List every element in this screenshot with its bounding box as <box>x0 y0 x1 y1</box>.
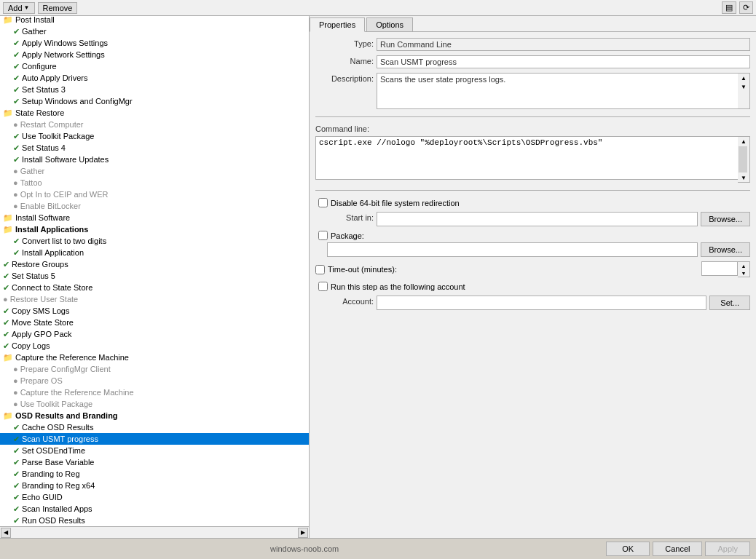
tree-item-gather-2[interactable]: ✔Gather <box>0 25 309 37</box>
package-checkbox[interactable] <box>318 231 328 240</box>
package-checkbox-row: Package: <box>315 231 750 240</box>
tree-item-post-install[interactable]: 📁Post Install <box>0 16 309 25</box>
tree-item-label: Gather <box>22 26 47 36</box>
description-scroll-down[interactable]: ▼ <box>738 82 749 91</box>
tree-item-opt-in-ceip[interactable]: ●Opt In to CEIP and WER <box>0 189 309 200</box>
tree-item-tattoo[interactable]: ●Tattoo <box>0 177 309 189</box>
scroll-left-arrow[interactable]: ◀ <box>1 528 11 538</box>
tree-item-apply-gpo-pack[interactable]: ✔Apply GPO Pack <box>0 328 309 340</box>
apply-button[interactable]: Apply <box>705 542 750 556</box>
tree-item-restore-groups[interactable]: ✔Restore Groups <box>0 258 309 270</box>
tree-item-use-toolkit-4[interactable]: ●Use Toolkit Package <box>0 398 309 410</box>
cancel-button[interactable]: Cancel <box>653 542 702 556</box>
tree-item-install-software[interactable]: 📁Install Software <box>0 212 309 223</box>
command-scroll-down[interactable]: ▼ <box>738 173 749 182</box>
toolbar: Add ▼ Remove ▤ ⟳ <box>0 0 756 16</box>
browse-button-2[interactable]: Browse... <box>701 242 750 257</box>
tree-item-convert-list[interactable]: ✔Convert list to two digits <box>0 235 309 247</box>
tree-item-restart-computer[interactable]: ●Restart Computer <box>0 119 309 130</box>
tree-item-scan-installed-apps[interactable]: ✔Scan Installed Apps <box>0 503 309 515</box>
tree-item-cache-osd-results[interactable]: ✔Cache OSD Results <box>0 421 309 433</box>
name-input[interactable] <box>377 55 750 68</box>
tree-item-use-toolkit-3[interactable]: ✔Use Toolkit Package <box>0 130 309 142</box>
tree-item-capture-reference[interactable]: 📁Capture the Reference Machine <box>0 352 309 363</box>
check-icon: ✔ <box>13 143 20 153</box>
tree-item-auto-apply-drivers[interactable]: ✔Auto Apply Drivers <box>0 72 309 84</box>
check-icon: ✔ <box>13 445 20 456</box>
tree-area[interactable]: 📁Refresh Only●Restart to Windows PE✔Use … <box>0 16 309 526</box>
tree-item-prepare-configmgr[interactable]: ●Prepare ConfigMgr Client <box>0 363 309 375</box>
tree-item-prepare-os[interactable]: ●Prepare OS <box>0 375 309 386</box>
check-icon: ✔ <box>13 469 20 479</box>
run-as-checkbox[interactable] <box>318 282 328 291</box>
tree-item-set-status-3[interactable]: ✔Set Status 3 <box>0 84 309 95</box>
tree-item-capture-reference-machine[interactable]: ●Capture the Reference Machine <box>0 386 309 398</box>
type-input[interactable] <box>377 38 750 51</box>
command-scroll-up[interactable]: ▲ <box>738 137 749 146</box>
properties-panel: Type: Name: Description: ▲ ▼ <box>310 32 756 538</box>
tree-item-copy-sms-logs-2[interactable]: ✔Copy SMS Logs <box>0 305 309 317</box>
check-icon: ✔ <box>13 422 20 432</box>
icon-btn-2[interactable]: ⟳ <box>739 1 753 14</box>
check-icon: ✔ <box>3 282 9 293</box>
tree-item-install-application[interactable]: ✔Install Application <box>0 247 309 258</box>
tree-item-branding-to-reg-x64[interactable]: ✔Branding to Reg x64 <box>0 480 309 491</box>
tree-item-install-applications[interactable]: 📁Install Applications <box>0 223 309 235</box>
description-scroll-up[interactable]: ▲ <box>738 74 749 82</box>
start-in-container: Browse... <box>377 212 750 226</box>
tab-options[interactable]: Options <box>366 17 413 31</box>
start-in-input[interactable] <box>377 212 698 226</box>
command-textarea[interactable] <box>315 136 738 180</box>
tree-item-set-osdendtime[interactable]: ✔Set OSDEndTime <box>0 445 309 456</box>
tree-item-set-status-5[interactable]: ✔Set Status 5 <box>0 270 309 282</box>
timeout-spin-up[interactable]: ▲ <box>738 262 749 269</box>
scroll-track[interactable] <box>12 527 297 538</box>
tree-item-parse-base-variable[interactable]: ✔Parse Base Variable <box>0 456 309 468</box>
tree-item-setup-windows-configmgr[interactable]: ✔Setup Windows and ConfigMgr <box>0 95 309 107</box>
package-section: Package: Browse... <box>315 231 750 257</box>
tree-item-restore-user-state[interactable]: ●Restore User State <box>0 293 309 305</box>
package-input[interactable] <box>327 242 698 257</box>
tree-item-connect-to-state-store[interactable]: ✔Connect to State Store <box>0 282 309 293</box>
tree-item-branding-to-reg[interactable]: ✔Branding to Reg <box>0 468 309 480</box>
tree-item-label: Prepare OS <box>20 376 63 386</box>
ok-button[interactable]: OK <box>606 542 650 556</box>
account-input[interactable] <box>377 296 706 310</box>
remove-button[interactable]: Remove <box>38 2 78 14</box>
disable-64bit-checkbox[interactable] <box>318 198 328 207</box>
name-label: Name: <box>315 55 374 66</box>
tab-properties[interactable]: Properties <box>310 17 365 32</box>
tree-item-run-osd-results[interactable]: ✔Run OSD Results <box>0 515 309 526</box>
tree-item-install-software-updates[interactable]: ✔Install Software Updates <box>0 154 309 165</box>
tree-item-echo-guid[interactable]: ✔Echo GUID <box>0 491 309 503</box>
timeout-checkbox[interactable] <box>315 265 325 274</box>
account-row: Account: Set... <box>315 296 750 310</box>
description-textarea[interactable] <box>377 73 738 109</box>
package-input-row: Browse... <box>315 242 750 257</box>
tree-item-osd-results-branding[interactable]: 📁OSD Results and Branding <box>0 410 309 421</box>
horizontal-scrollbar[interactable]: ◀ ▶ <box>0 526 309 538</box>
scroll-right-arrow[interactable]: ▶ <box>298 528 308 538</box>
browse-button-1[interactable]: Browse... <box>701 212 750 226</box>
tree-item-state-restore[interactable]: 📁State Restore <box>0 107 309 119</box>
folder-icon: 📁 <box>3 352 13 362</box>
tree-item-label: Apply GPO Pack <box>12 329 72 339</box>
timeout-spin-down[interactable]: ▼ <box>738 269 749 277</box>
tree-item-gather-3[interactable]: ●Gather <box>0 165 309 177</box>
timeout-input[interactable] <box>701 261 738 276</box>
package-label: Package: <box>331 231 364 240</box>
tree-item-scan-usmt-progress[interactable]: ✔Scan USMT progress <box>0 433 309 445</box>
tree-item-configure[interactable]: ✔Configure <box>0 60 309 72</box>
tree-item-enable-bitlocker[interactable]: ●Enable BitLocker <box>0 200 309 212</box>
set-button[interactable]: Set... <box>709 296 750 310</box>
icon-btn-1[interactable]: ▤ <box>722 1 736 14</box>
tree-item-set-status-4[interactable]: ✔Set Status 4 <box>0 142 309 154</box>
tree-item-move-state-store[interactable]: ✔Move State Store <box>0 317 309 328</box>
tree-item-label: Auto Apply Drivers <box>22 73 87 83</box>
add-button[interactable]: Add ▼ <box>3 2 35 14</box>
description-row: Description: ▲ ▼ <box>315 73 750 109</box>
tree-item-label: Tattoo <box>20 178 42 188</box>
tree-item-apply-windows-settings[interactable]: ✔Apply Windows Settings <box>0 37 309 49</box>
tree-item-copy-logs[interactable]: ✔Copy Logs <box>0 340 309 352</box>
tree-item-apply-network-settings[interactable]: ✔Apply Network Settings <box>0 49 309 60</box>
